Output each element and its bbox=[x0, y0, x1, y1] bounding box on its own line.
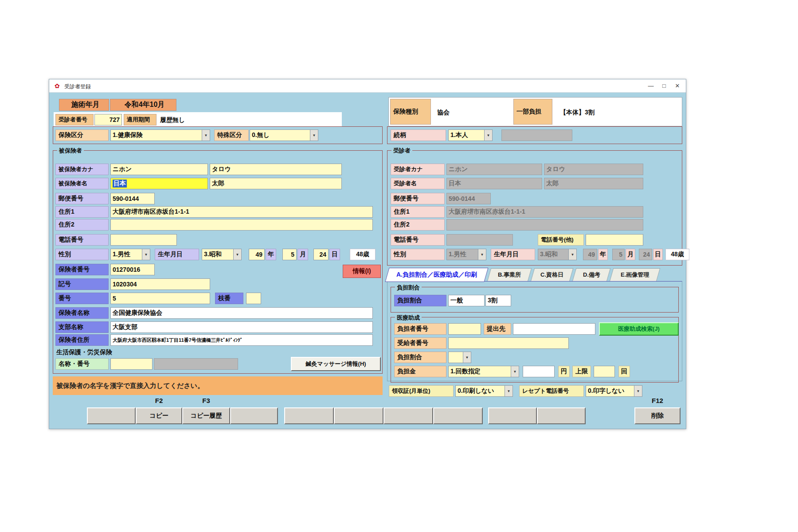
patient-addr1-field: 大阪府堺市南区赤坂台1-1-1 bbox=[446, 206, 643, 218]
insured-era-select[interactable]: 3.昭和▼ bbox=[202, 249, 242, 260]
insured-birth-year-field[interactable]: 49 bbox=[249, 249, 265, 260]
tab-qualification-date[interactable]: C.資格日 bbox=[531, 268, 574, 282]
insured-birth-day-field[interactable]: 24 bbox=[313, 249, 329, 260]
payer-no-field[interactable] bbox=[448, 323, 481, 335]
yen-unit: 円 bbox=[558, 366, 570, 377]
subsidy-amount-select[interactable]: 1.回数指定▼ bbox=[448, 366, 519, 377]
subsidy-amount-field[interactable] bbox=[523, 366, 555, 377]
insured-tel-field[interactable] bbox=[110, 234, 177, 246]
branch-no-label: 枝番 bbox=[215, 293, 243, 304]
copay-value: 【本体】3割 bbox=[560, 109, 595, 117]
patient-name-first-field: 太郎 bbox=[544, 178, 643, 189]
insured-birth-month-field[interactable]: 5 bbox=[282, 249, 297, 260]
tab-burden-subsidy-print[interactable]: A.負担割合／医療助成／印刷 bbox=[385, 268, 488, 282]
patient-tel-other-field[interactable] bbox=[586, 234, 643, 246]
dropdown-arrow-icon: ▼ bbox=[478, 249, 486, 260]
symbol-field[interactable]: 1020304 bbox=[110, 278, 210, 290]
dropdown-arrow-icon: ▼ bbox=[505, 386, 512, 396]
dropdown-arrow-icon: ▼ bbox=[484, 130, 492, 141]
insurance-class-select[interactable]: 1.健康保険▼ bbox=[110, 129, 210, 141]
function-button-blank[interactable] bbox=[488, 407, 537, 424]
subsidy-search-button[interactable]: 医療助成検索(J) bbox=[599, 322, 679, 336]
patient-kana-last-field: ニホン bbox=[446, 164, 542, 175]
patient-tel-label: 電話番号 bbox=[391, 234, 445, 246]
insured-kana-first-field[interactable]: タロウ bbox=[210, 164, 342, 175]
relationship-select[interactable]: 1.本人▼ bbox=[448, 129, 493, 141]
insured-zip-field[interactable]: 590-0144 bbox=[110, 193, 155, 204]
recipient-no-field[interactable] bbox=[448, 337, 569, 349]
tab-remarks[interactable]: D.備考 bbox=[572, 268, 611, 282]
insured-name-last-field[interactable]: 日本 bbox=[110, 178, 208, 189]
insured-addr2-field[interactable] bbox=[110, 219, 373, 231]
patient-kana-first-field: タロウ bbox=[544, 164, 643, 175]
submit-to-field[interactable] bbox=[513, 323, 595, 335]
patient-no-field[interactable]: 727 bbox=[94, 114, 122, 125]
patient-birth-label: 生年月日 bbox=[491, 249, 535, 260]
dropdown-arrow-icon: ▼ bbox=[568, 249, 576, 260]
insurer-no-label: 保険者番号 bbox=[55, 264, 109, 275]
tab-image-management[interactable]: E.画像管理 bbox=[610, 268, 661, 282]
period-value: 履歴無し bbox=[160, 116, 185, 124]
number-label: 番号 bbox=[55, 293, 109, 304]
burden-ratio-group-title: 負担割合 bbox=[395, 284, 422, 292]
upper-limit-field[interactable] bbox=[594, 366, 615, 377]
copy-button[interactable]: コピー bbox=[136, 407, 182, 424]
patient-tel-field bbox=[446, 234, 513, 246]
close-button[interactable]: ✕ bbox=[672, 81, 683, 90]
tab-workplace[interactable]: B.事業所 bbox=[487, 268, 532, 282]
insured-day-unit: 日 bbox=[329, 249, 340, 260]
insurer-addr-field[interactable]: 大阪府大阪市西区靱本町1丁目11番7号信濃橋三井ﾋﾞﾙﾃﾞｨﾝｸﾞ bbox=[110, 334, 373, 346]
submit-to-label: 提出先 bbox=[484, 323, 511, 335]
insured-tel-label: 電話番号 bbox=[55, 234, 109, 246]
special-class-select[interactable]: 0.無し▼ bbox=[250, 129, 318, 141]
info-button[interactable]: 情報(I) bbox=[343, 265, 381, 278]
copay-label: 一部負担 bbox=[513, 99, 552, 125]
insurer-no-field[interactable]: 01270016 bbox=[110, 264, 155, 275]
function-button-blank[interactable] bbox=[383, 407, 433, 424]
insured-month-unit: 月 bbox=[297, 249, 308, 260]
number-field[interactable]: 5 bbox=[110, 293, 210, 304]
patient-kana-label: 受診者カナ bbox=[391, 164, 445, 175]
function-button-blank[interactable] bbox=[230, 407, 278, 424]
relationship-extra-field bbox=[501, 129, 572, 141]
delete-button[interactable]: 削除 bbox=[634, 407, 681, 424]
massage-info-button[interactable]: 鍼灸マッサージ情報(H) bbox=[291, 357, 381, 371]
patient-sex-label: 性別 bbox=[391, 249, 445, 260]
welfare-section-title: 生活保護・労災保険 bbox=[56, 348, 112, 356]
dropdown-arrow-icon: ▼ bbox=[202, 130, 210, 141]
insurer-addr-label: 保険者住所 bbox=[55, 334, 109, 346]
insured-name-first-field[interactable]: 太郎 bbox=[210, 178, 342, 189]
receipt-phone-label: レセプト電話番号 bbox=[519, 385, 584, 397]
insured-group-title: 被保険者 bbox=[57, 147, 84, 155]
patient-name-last-field: 日本 bbox=[446, 178, 542, 189]
patient-zip-label: 郵便番号 bbox=[391, 193, 445, 204]
insurer-name-label: 保険者名称 bbox=[55, 307, 109, 319]
insured-kana-last-field[interactable]: ニホン bbox=[110, 164, 208, 175]
function-button-blank[interactable] bbox=[284, 407, 334, 424]
burden-ratio-class-field: 一般 bbox=[448, 295, 485, 306]
subsidy-ratio-select[interactable]: ▼ bbox=[448, 352, 471, 363]
function-button-blank[interactable] bbox=[433, 407, 483, 424]
insured-kana-label: 被保険者カナ bbox=[55, 164, 109, 175]
receipt-monthly-select[interactable]: 0.印刷しない▼ bbox=[455, 385, 513, 397]
insured-sex-select[interactable]: 1.男性▼ bbox=[110, 249, 150, 260]
subsidy-ratio-label: 負担割合 bbox=[394, 352, 446, 363]
branch-no-field[interactable] bbox=[246, 293, 261, 304]
branch-name-field[interactable]: 大阪支部 bbox=[110, 321, 373, 333]
subsidy-amount-label: 負担金 bbox=[394, 366, 446, 377]
message-bar: 被保険者の名字を漢字で直接入力してください。 bbox=[53, 376, 383, 395]
copy-history-button[interactable]: コピー履歴 bbox=[182, 407, 230, 424]
welfare-code-field[interactable] bbox=[110, 358, 153, 370]
insurer-name-field[interactable]: 全国健康保険協会 bbox=[110, 307, 373, 319]
maximize-button[interactable]: □ bbox=[658, 81, 670, 90]
minimize-button[interactable]: — bbox=[645, 81, 657, 90]
insured-addr1-field[interactable]: 大阪府堺市南区赤坂台1-1-1 bbox=[110, 206, 373, 218]
receipt-phone-select[interactable]: 0.印字しない▼ bbox=[586, 385, 642, 397]
patient-addr2-field bbox=[446, 219, 643, 231]
special-class-label: 特殊区分 bbox=[214, 129, 249, 141]
function-button-blank[interactable] bbox=[87, 407, 136, 424]
receipt-monthly-label: 領収証(月単位) bbox=[389, 385, 454, 397]
function-button-blank[interactable] bbox=[537, 407, 586, 424]
function-button-blank[interactable] bbox=[334, 407, 383, 424]
patient-birth-month-field: 5 bbox=[612, 249, 625, 260]
